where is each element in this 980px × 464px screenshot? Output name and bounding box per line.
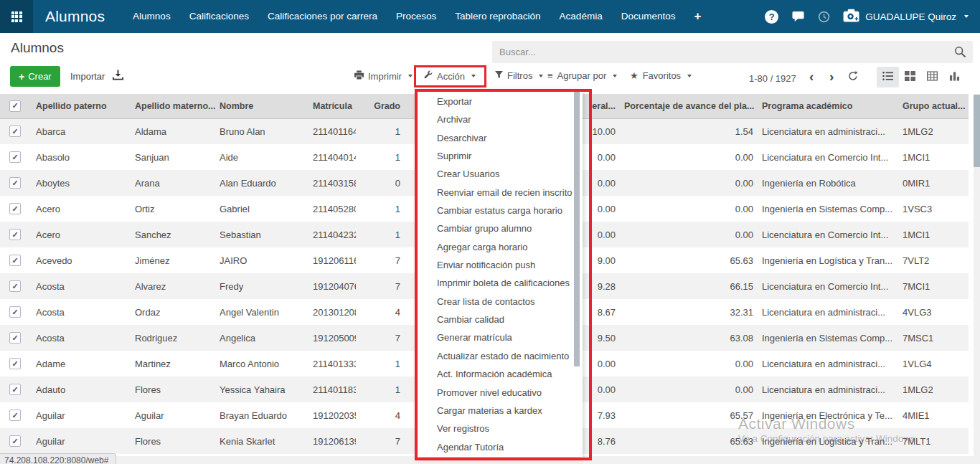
nav-item-procesos[interactable]: Procesos (387, 0, 446, 33)
action-item-generar-matricula[interactable]: Generar matrícula (418, 328, 583, 346)
search-icon[interactable] (954, 46, 973, 58)
pager-prev-button[interactable]: ‹ (809, 67, 814, 87)
col-header-grado[interactable]: Grado (356, 94, 405, 118)
action-item-suprimir[interactable]: Suprimir (418, 147, 583, 165)
refresh-button[interactable] (848, 71, 858, 84)
search-input[interactable] (492, 47, 954, 57)
nav-item-calificaciones-por-carrera[interactable]: Calificaciones por carrera (258, 0, 387, 33)
list-view-icon (882, 71, 893, 84)
action-item-act-informacion-academica[interactable]: Act. Información académica (418, 365, 583, 383)
col-header-grupo-actual[interactable]: Grupo actual... (898, 94, 969, 118)
pager-next-button[interactable]: › (829, 67, 834, 87)
action-item-cambiar-calidad[interactable]: Cambiar calidad (418, 311, 583, 328)
view-kanban-button[interactable] (899, 67, 921, 87)
cell-grado: 1 (356, 351, 405, 377)
nav-item-alumnos[interactable]: Alumnos (123, 0, 180, 33)
row-checkbox[interactable]: ✓ (9, 358, 21, 369)
nav-item-documentos[interactable]: Documentos (612, 0, 685, 33)
action-item-enviar-notificacion-push[interactable]: Enviar notificación push (418, 256, 583, 274)
col-header-porcentaje-avance[interactable]: Porcentaje de avance del pla... (620, 94, 758, 118)
cell-apellido-paterno: Acevedo (32, 247, 131, 273)
vertical-scrollbar[interactable] (974, 94, 980, 464)
row-checkbox[interactable]: ✓ (9, 177, 21, 189)
cell-apellido-materno: Rodriguez (131, 325, 215, 351)
row-checkbox[interactable]: ✓ (9, 126, 21, 137)
row-checkbox[interactable]: ✓ (9, 384, 21, 395)
action-menu-button[interactable]: Acción (423, 70, 476, 82)
activity-clock-icon[interactable] (818, 11, 830, 23)
action-item-desarchivar[interactable]: Desarchivar (418, 129, 583, 147)
cell-apellido-materno: Ordaz (131, 299, 215, 325)
create-button[interactable]: + Crear (10, 66, 60, 87)
action-item-imprimir-boleta-de-calificaciones[interactable]: Imprimir boleta de calificaciones (418, 274, 583, 292)
cell-nombre: Bruno Alan (215, 118, 308, 144)
favorites-label: Favoritos (643, 70, 681, 81)
col-header-select[interactable]: ✓ (0, 94, 32, 118)
col-header-programa-academico[interactable]: Programa académico (758, 94, 898, 118)
col-header-nombre[interactable]: Nombre (215, 94, 308, 118)
action-item-cambiar-grupo-alumno[interactable]: Cambiar grupo alumno (418, 219, 583, 237)
view-pivot-button[interactable] (921, 67, 943, 87)
cell-porcentaje-avance: 32.31 (620, 299, 758, 325)
print-menu-button[interactable]: Imprimir (354, 70, 413, 82)
app-brand[interactable]: Alumnos (33, 0, 123, 33)
vertical-scrollbar-thumb[interactable] (974, 95, 980, 167)
row-checkbox[interactable]: ✓ (9, 280, 21, 292)
view-list-button[interactable] (877, 67, 899, 87)
action-item-cambiar-estatus-carga-horario[interactable]: Cambiar estatus carga horario (418, 202, 583, 219)
chat-icon[interactable] (791, 11, 805, 23)
col-header-matricula[interactable]: Matrícula (308, 94, 356, 118)
view-graph-button[interactable] (943, 67, 966, 87)
cell-grado: 1 (356, 144, 405, 170)
apps-menu-button[interactable] (0, 0, 33, 33)
user-menu-button[interactable]: GUADALUPE Quiroz (843, 9, 969, 24)
filters-button[interactable]: Filtros (495, 70, 543, 81)
horizontal-scrollbar[interactable] (0, 456, 974, 464)
help-icon[interactable]: ? (765, 10, 778, 24)
row-checkbox[interactable]: ✓ (9, 409, 21, 421)
row-checkbox[interactable]: ✓ (9, 435, 21, 447)
row-checkbox[interactable]: ✓ (9, 306, 21, 318)
row-checkbox[interactable]: ✓ (9, 151, 21, 163)
action-item-agendar-tutoria[interactable]: Agendar Tutoría (418, 438, 583, 456)
cell-apellido-materno: Arana (131, 170, 215, 196)
action-item-archivar[interactable]: Archivar (418, 110, 583, 128)
action-item-reenviar-email-de-recien-inscrito[interactable]: Reenviar email de recien inscrito (418, 184, 583, 202)
row-checkbox[interactable]: ✓ (9, 332, 21, 344)
dropdown-scrollbar-thumb[interactable] (574, 92, 580, 366)
action-item-exportar[interactable]: Exportar (418, 93, 583, 110)
cell-programa-academico: Licenciatura en administraci... (758, 351, 898, 377)
cell-programa-academico: Ingeniería en Sistemas Comp... (758, 196, 898, 222)
cell-grupo-actual: 4VLG3 (898, 299, 969, 325)
nav-item-calificaciones[interactable]: Calificaciones (180, 0, 258, 33)
row-checkbox[interactable]: ✓ (9, 255, 21, 266)
action-item-cargar-materias-a-kardex[interactable]: Cargar materias a kardex (418, 402, 583, 420)
action-item-crear-usuarios[interactable]: Crear Usuarios (418, 165, 583, 183)
navbar-menu: AlumnosCalificacionesCalificaciones por … (123, 0, 710, 33)
group-by-button[interactable]: ≡ Agrupar por (547, 70, 617, 81)
action-item-crear-lista-de-contactos[interactable]: Crear lista de contactos (418, 293, 583, 311)
row-checkbox[interactable]: ✓ (9, 203, 21, 214)
filter-funnel-icon (495, 70, 503, 81)
import-button[interactable]: Importar (70, 71, 105, 82)
windows-watermark-line1: Activar Windows (738, 415, 855, 432)
cell-porcentaje-avance: 63.08 (620, 325, 758, 351)
cell-porcentaje-avance: 65.63 (620, 428, 758, 454)
select-all-checkbox[interactable]: ✓ (9, 100, 21, 112)
nav-item-academia[interactable]: Académia (550, 0, 612, 33)
download-icon[interactable] (113, 70, 123, 83)
cell-programa-academico: Licenciatura en Comercio Int... (758, 273, 898, 299)
action-item-agregar-carga-horario[interactable]: Agregar carga horario (418, 238, 583, 256)
nav-item-tablero-reprobacion[interactable]: Tablero reprobación (446, 0, 550, 33)
row-checkbox[interactable]: ✓ (9, 229, 21, 240)
col-header-apellido-materno[interactable]: Apellido materno... (131, 94, 215, 118)
action-item-actualizar-estado-de-nacimiento[interactable]: Actualizar estado de nacimiento (418, 347, 583, 365)
favorites-button[interactable]: ★ Favoritos (630, 70, 692, 81)
action-item-promover-nivel-educativo[interactable]: Promover nivel educativo (418, 384, 583, 402)
caret-down-icon (613, 75, 617, 77)
cell-programa-academico: Licenciatura en administraci... (758, 118, 898, 144)
col-header-apellido-paterno[interactable]: Apellido paterno (32, 94, 131, 118)
action-item-ver-registros[interactable]: Ver registros (418, 420, 583, 437)
cell-apellido-materno: Flores (131, 428, 215, 454)
nav-item-add[interactable]: + (684, 0, 710, 33)
